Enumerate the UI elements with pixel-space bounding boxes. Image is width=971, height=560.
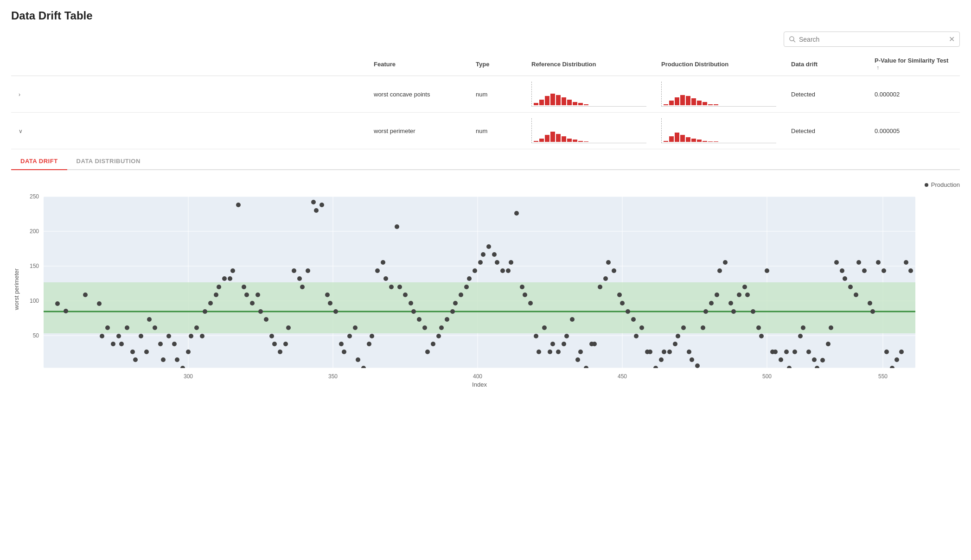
svg-point-49 [228, 276, 232, 281]
svg-point-93 [431, 342, 435, 346]
x-tick-500: 500 [762, 373, 772, 380]
page-container: Data Drift Table ✕ Feature Type [0, 0, 971, 560]
row1-pvalue-cell: 0.000002 [867, 76, 960, 113]
svg-point-114 [528, 301, 533, 305]
svg-point-150 [695, 363, 700, 368]
svg-point-81 [375, 268, 380, 273]
row2-expand-chevron[interactable]: ∨ [19, 128, 23, 134]
svg-point-113 [523, 293, 527, 297]
svg-point-62 [286, 325, 291, 330]
row2-expand-cell[interactable]: ∨ [11, 113, 366, 149]
tab-data-distribution[interactable]: DATA DISTRIBUTION [67, 153, 150, 170]
svg-point-75 [347, 334, 352, 338]
row1-expand-cell[interactable]: › [11, 76, 366, 113]
search-input[interactable] [799, 36, 949, 43]
svg-point-133 [617, 293, 622, 297]
svg-point-112 [520, 285, 524, 289]
svg-point-26 [119, 342, 124, 346]
x-tick-400: 400 [473, 373, 482, 380]
svg-point-163 [756, 325, 761, 330]
svg-point-25 [116, 334, 121, 338]
svg-point-98 [453, 301, 458, 305]
chart-legend: Production [11, 181, 960, 188]
svg-point-42 [194, 325, 199, 330]
svg-point-56 [258, 309, 263, 314]
svg-point-0 [790, 37, 794, 41]
svg-point-33 [153, 325, 157, 330]
svg-point-193 [894, 357, 899, 362]
svg-point-54 [250, 301, 255, 305]
x-tick-450: 450 [618, 373, 627, 380]
svg-point-72 [333, 309, 338, 314]
scatter-chart: worst perimeter [11, 192, 929, 387]
search-icon [789, 36, 796, 43]
svg-point-157 [728, 301, 733, 305]
svg-point-106 [492, 252, 497, 257]
svg-point-172 [798, 334, 803, 338]
x-tick-300: 300 [184, 373, 193, 380]
svg-point-89 [411, 309, 416, 314]
row1-ref-dist-cell [524, 76, 654, 113]
svg-point-80 [370, 334, 374, 338]
tab-data-drift[interactable]: DATA DRIFT [11, 153, 67, 170]
svg-point-136 [631, 317, 636, 322]
svg-point-76 [353, 325, 358, 330]
svg-point-120 [556, 350, 561, 354]
row2-feature-cell: worst perimeter [366, 113, 468, 149]
svg-point-187 [868, 301, 872, 305]
row2-ref-histogram [531, 118, 646, 143]
svg-point-161 [745, 293, 750, 297]
col-pval-header: P-Value for Similarity Test ↑ [867, 52, 960, 76]
svg-point-175 [812, 357, 817, 362]
svg-point-195 [904, 260, 908, 265]
svg-point-29 [133, 357, 138, 362]
svg-point-59 [272, 342, 277, 346]
svg-point-154 [715, 293, 719, 297]
svg-point-188 [870, 309, 875, 314]
svg-point-61 [283, 342, 288, 346]
svg-point-177 [820, 358, 825, 363]
svg-point-18 [55, 301, 60, 306]
svg-point-134 [620, 301, 625, 305]
svg-point-194 [899, 350, 904, 354]
svg-point-77 [356, 357, 360, 362]
svg-point-135 [626, 309, 630, 314]
svg-point-158 [731, 309, 736, 314]
svg-point-180 [834, 260, 839, 265]
row1-feature-cell: worst concave points [366, 76, 468, 113]
svg-point-50 [230, 268, 235, 273]
sort-arrow-icon[interactable]: ↑ [876, 64, 879, 71]
table-row: ∨ worst perimeter num [11, 113, 960, 149]
page-title: Data Drift Table [11, 9, 960, 22]
svg-point-179 [829, 325, 833, 330]
svg-point-53 [244, 293, 249, 297]
svg-point-164 [759, 334, 764, 338]
row2-drift-cell: Detected [784, 113, 867, 149]
svg-point-173 [801, 325, 805, 330]
svg-point-51 [236, 203, 241, 207]
svg-point-162 [751, 309, 755, 314]
svg-point-140 [648, 350, 652, 354]
row1-expand-chevron[interactable]: › [19, 91, 20, 98]
search-bar-container: ✕ [784, 32, 960, 47]
svg-point-117 [542, 325, 547, 330]
svg-point-92 [425, 350, 430, 354]
svg-point-108 [500, 268, 505, 273]
svg-point-58 [269, 334, 274, 338]
col-prod-header: Production Distribution [654, 52, 784, 76]
svg-point-123 [570, 317, 575, 322]
svg-point-174 [806, 350, 811, 354]
svg-point-101 [467, 276, 472, 281]
svg-point-116 [537, 350, 541, 354]
svg-point-37 [172, 342, 177, 346]
col-ref-header: Reference Distribution [524, 52, 654, 76]
search-clear-button[interactable]: ✕ [949, 35, 955, 44]
svg-point-64 [297, 276, 302, 281]
row2-prod-bars [664, 119, 718, 142]
svg-point-87 [403, 293, 408, 297]
svg-point-71 [328, 301, 332, 305]
svg-point-184 [854, 293, 858, 297]
svg-point-68 [314, 208, 319, 213]
svg-point-52 [242, 285, 246, 289]
svg-point-40 [186, 350, 191, 354]
